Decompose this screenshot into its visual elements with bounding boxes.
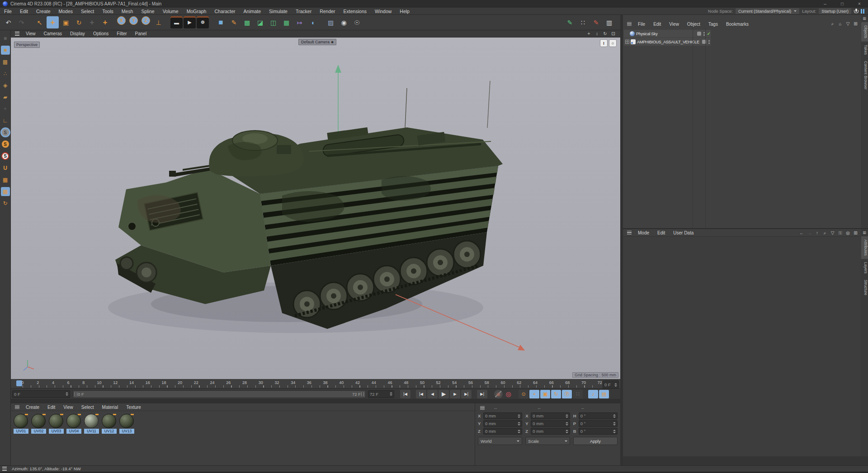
workplane-icon[interactable]: ▦ (1, 175, 10, 184)
expand-icon[interactable] (625, 40, 629, 44)
spinner-icon[interactable] (517, 430, 520, 433)
material-tile[interactable]: UV12 (101, 413, 117, 434)
menu-item[interactable]: Render (316, 9, 339, 14)
material-tile[interactable]: UV04 (66, 413, 82, 434)
tab-attributes[interactable]: Attributes (861, 236, 868, 259)
tab-objects[interactable]: Objects (861, 22, 868, 42)
tab-structure[interactable]: Structure (861, 276, 868, 299)
key-scale-toggle[interactable]: ▣ (540, 390, 550, 398)
lock-workplane-icon[interactable]: ▦ (1, 187, 10, 196)
camera-label[interactable]: Default Camera ◉ (298, 39, 336, 45)
dolly-view-icon[interactable]: ↕ (594, 31, 600, 37)
am-forward-icon[interactable]: → (806, 229, 813, 236)
last-tool-icon[interactable]: + (86, 16, 98, 28)
floor-icon[interactable]: ▨ (325, 16, 337, 28)
hamburger-icon[interactable] (13, 405, 22, 409)
viewport-mic-icon[interactable]: ! (600, 39, 608, 47)
lock-y-axis-icon[interactable]: Y (129, 16, 138, 25)
menu-item[interactable]: Window (371, 9, 396, 14)
make-editable-icon[interactable]: ■ (1, 34, 10, 43)
spinner-icon[interactable] (612, 430, 616, 433)
previous-frame-button[interactable]: ◀ (427, 390, 438, 398)
object-menu-item[interactable]: View (665, 22, 683, 27)
am-back-icon[interactable]: ← (798, 229, 805, 236)
world-mode-dropdown[interactable]: World (478, 437, 522, 445)
orbit-view-icon[interactable]: ↻ (602, 31, 609, 37)
menu-item[interactable]: Character (210, 9, 239, 14)
menu-item[interactable]: Help (396, 9, 414, 14)
lock-x-axis-icon[interactable]: X (117, 16, 126, 25)
camera-icon[interactable]: ◉ (338, 16, 350, 28)
spinner-icon[interactable] (565, 430, 568, 433)
apply-button[interactable]: Apply (573, 437, 618, 445)
tab-takes[interactable]: Takes (861, 42, 868, 58)
menu-item[interactable]: Modes (55, 9, 77, 14)
next-key-button[interactable]: ▶| (461, 390, 472, 398)
viewport-canvas[interactable]: Perspective Default Camera ◉ !○ Grid Spa… (11, 37, 620, 379)
coordinate-field[interactable]: 0 mm (531, 412, 570, 419)
material-tile[interactable]: UV01 (13, 413, 29, 434)
texture-mode-icon[interactable]: ▩ (1, 57, 10, 66)
live-selection-icon[interactable]: ↖ (33, 16, 46, 28)
model-mode-icon[interactable]: ■ (1, 46, 10, 55)
coordinate-system-icon[interactable]: ⊥ (152, 16, 165, 28)
subdivision-surface-icon[interactable]: ▩ (241, 16, 253, 28)
am-lock-icon[interactable]: ⚿ (837, 229, 844, 236)
tab-layers[interactable]: Layers (861, 259, 868, 277)
attribute-menu-item[interactable]: Edit (653, 230, 669, 235)
spinner-icon[interactable] (517, 422, 520, 426)
coordinate-field[interactable]: 0 mm (483, 428, 522, 435)
boole-icon[interactable]: ◪ (254, 16, 266, 28)
microphone-icon[interactable] (854, 9, 858, 14)
tweak-mode-icon[interactable]: + (1, 104, 10, 113)
menu-item[interactable]: File (0, 9, 16, 14)
play-button[interactable]: ▶ (439, 390, 449, 398)
light-icon[interactable]: ☉ (351, 16, 363, 28)
goto-start-button[interactable]: |◀ (400, 390, 410, 398)
hamburger-icon[interactable] (625, 22, 634, 26)
timeline-ruler[interactable]: 0246810121416182022242628303234363840424… (11, 379, 620, 389)
previous-key-button[interactable]: |◀ (416, 390, 426, 398)
menu-item[interactable]: Select (77, 9, 98, 14)
viewport-menu-item[interactable]: Cameras (40, 31, 66, 36)
paint-brush-icon[interactable]: ✎ (564, 16, 576, 28)
material-menu-item[interactable]: Material (98, 405, 123, 410)
redo-icon[interactable]: ↷ (15, 16, 28, 28)
viewport-menu-item[interactable]: Panel (131, 31, 151, 36)
hamburger-icon[interactable] (13, 32, 22, 36)
add-tab-icon[interactable]: ⊞ (862, 230, 867, 235)
visibility-dots-icon[interactable] (708, 40, 711, 44)
object-row-physical-sky[interactable]: Physical Sky ✓ (624, 30, 711, 37)
spinner-icon[interactable] (517, 414, 520, 418)
material-menu-item[interactable]: Edit (43, 405, 59, 410)
spinner-icon[interactable] (612, 414, 616, 418)
coordinate-field[interactable]: 0 mm (531, 420, 570, 427)
viewport-menu-item[interactable]: Display (66, 31, 89, 36)
render-picture-viewer-icon[interactable]: ▶ (184, 16, 196, 28)
material-tile[interactable]: UV13 (119, 413, 135, 434)
tweak-move-icon[interactable]: + (99, 16, 111, 28)
menu-item[interactable]: Volume (159, 9, 183, 14)
om-home-icon[interactable]: ⌂ (837, 20, 844, 27)
menu-item[interactable]: Create (32, 9, 55, 14)
tab-content-browser[interactable]: Content Browser (861, 58, 868, 93)
hamburger-icon[interactable] (625, 231, 634, 235)
coordinate-field[interactable]: 0 ° (579, 412, 618, 419)
frame-range-slider[interactable]: 0 F 72 F (73, 390, 366, 398)
hamburger-icon[interactable] (478, 406, 487, 410)
undo-icon[interactable]: ↶ (2, 16, 14, 28)
menu-item[interactable]: Animate (240, 9, 265, 14)
material-menu-item[interactable]: View (59, 405, 77, 410)
object-menu-item[interactable]: Object (683, 22, 704, 27)
material-tile[interactable]: UV02 (31, 413, 47, 434)
layer-toggle-icon[interactable] (697, 32, 701, 36)
am-target-icon[interactable]: ◎ (844, 229, 851, 236)
menu-item[interactable]: MoGraph (183, 9, 211, 14)
render-view-icon[interactable]: ▬ (170, 16, 183, 28)
start-frame-field[interactable]: 0 F (12, 390, 70, 398)
material-tile[interactable]: UV11 (84, 413, 99, 434)
volume-icon[interactable]: ◖ (307, 16, 319, 28)
toggle-panel-icon[interactable]: ⊡ (610, 31, 617, 37)
am-search-icon[interactable]: ⌕ (821, 229, 828, 236)
symmetry-icon[interactable]: ◫ (267, 16, 279, 28)
